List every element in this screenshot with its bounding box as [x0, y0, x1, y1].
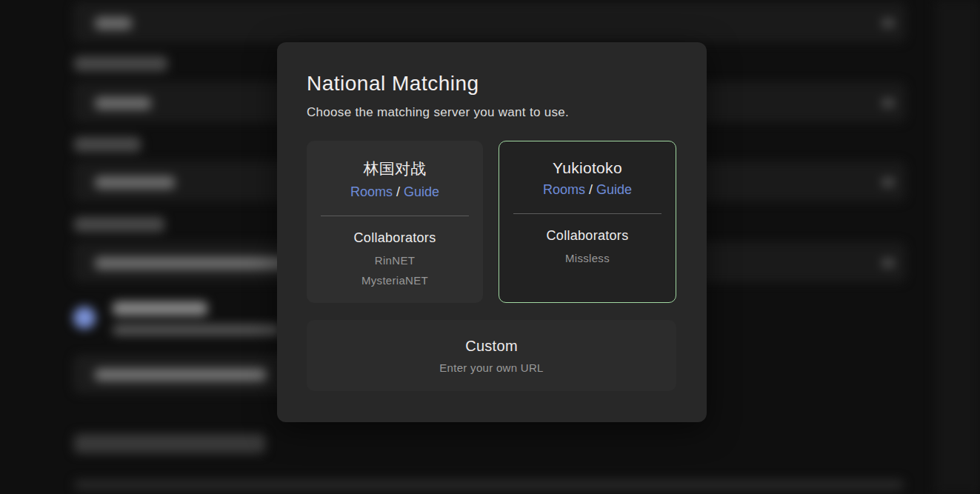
background-select-field — [74, 3, 905, 41]
checkbox-checked-icon — [73, 307, 96, 329]
collaborator-item: Missless — [499, 248, 676, 268]
field-label-blur — [74, 217, 164, 232]
chevron-down-icon — [882, 19, 894, 27]
link-separator: / — [585, 182, 596, 197]
guide-link[interactable]: Guide — [596, 182, 632, 197]
card-divider — [321, 216, 469, 216]
dialog-subtitle: Choose the matching server you want to u… — [307, 105, 677, 120]
national-matching-dialog: National Matching Choose the matching se… — [277, 42, 707, 422]
link-separator: / — [393, 184, 404, 199]
field-value-blur — [95, 176, 175, 189]
chevron-down-icon — [882, 99, 894, 107]
button-label-blur — [95, 369, 267, 381]
checkbox-label-blur — [113, 301, 207, 316]
section-heading-blur — [74, 434, 265, 453]
server-card-linguo[interactable]: 林国对战 Rooms / Guide Collaborators RinNET … — [307, 141, 483, 303]
custom-server-card[interactable]: Custom Enter your own URL — [307, 320, 676, 391]
rooms-link[interactable]: Rooms — [543, 182, 585, 197]
collaborators-heading: Collaborators — [499, 228, 676, 244]
chevron-down-icon — [882, 178, 894, 186]
field-value-blur — [95, 17, 132, 30]
field-value-blur — [95, 257, 289, 270]
collaborators-heading: Collaborators — [307, 230, 483, 246]
server-links: Rooms / Guide — [499, 182, 676, 198]
rooms-link[interactable]: Rooms — [350, 184, 393, 199]
server-card-yukiotoko-selected[interactable]: Yukiotoko Rooms / Guide Collaborators Mi… — [499, 141, 676, 303]
checkbox-description-blur — [113, 324, 281, 336]
field-label-blur — [74, 137, 141, 152]
dialog-title: National Matching — [307, 72, 677, 96]
field-label-blur — [74, 56, 167, 71]
server-links: Rooms / Guide — [307, 184, 483, 200]
collaborators-list: RinNET MysteriaNET — [307, 250, 483, 290]
custom-title: Custom — [465, 338, 518, 355]
field-value-blur — [95, 97, 151, 110]
chevron-down-icon — [882, 259, 894, 267]
server-options-row: 林国对战 Rooms / Guide Collaborators RinNET … — [307, 141, 677, 303]
card-divider — [513, 213, 661, 214]
collaborators-list: Missless — [499, 248, 676, 268]
server-name: Yukiotoko — [499, 159, 676, 177]
server-name: 林国对战 — [307, 158, 483, 179]
collaborator-item: MysteriaNET — [307, 270, 483, 290]
collaborator-item: RinNET — [307, 250, 483, 270]
guide-link[interactable]: Guide — [404, 184, 439, 199]
note-text-blur — [74, 480, 904, 490]
custom-subtitle: Enter your own URL — [439, 361, 543, 374]
screen: National Matching Choose the matching se… — [0, 0, 980, 494]
scrollbar-track[interactable] — [935, 0, 980, 494]
